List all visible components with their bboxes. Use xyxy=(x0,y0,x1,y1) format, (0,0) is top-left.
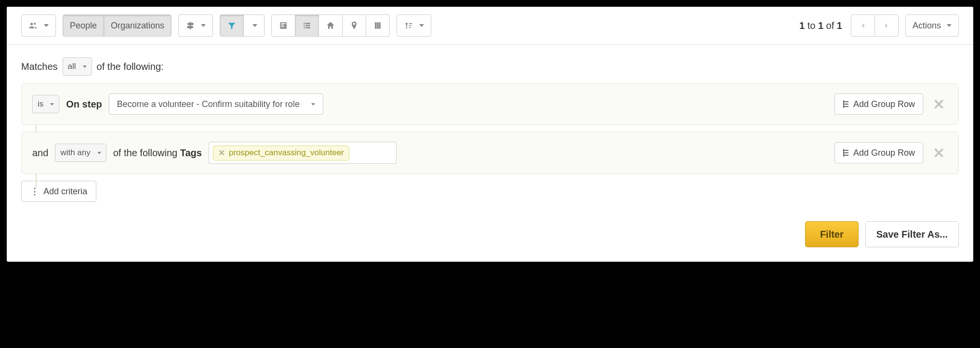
conjunction-label: and xyxy=(32,147,48,159)
tags-bold-label: Tags xyxy=(180,147,202,158)
home-icon xyxy=(326,21,335,30)
add-group-row-button[interactable]: Add Group Row xyxy=(834,94,923,115)
matches-mode-select[interactable]: all xyxy=(63,57,92,76)
group-icon xyxy=(843,149,849,157)
step-value: Become a volunteer - Confirm suitability… xyxy=(117,99,300,109)
criteria-field-label: On step xyxy=(66,99,102,110)
pager-buttons xyxy=(851,14,899,37)
add-criteria-button[interactable]: ⋮ Add criteria xyxy=(21,181,96,202)
entity-toggle: People Organizations xyxy=(63,14,172,37)
chevron-down-icon xyxy=(252,24,257,27)
tag-label: prospect_canvassing_volunteer xyxy=(229,148,344,158)
view-list-button[interactable] xyxy=(295,14,319,37)
tab-orgs-label: Organizations xyxy=(111,21,164,31)
next-page-button[interactable] xyxy=(874,14,899,37)
chevron-down-icon xyxy=(947,24,952,27)
chevron-down-icon xyxy=(201,24,206,27)
view-mode-group xyxy=(271,14,390,37)
pager-text: 1 to 1 of 1 xyxy=(799,20,842,31)
tags-prefix-text: of the following xyxy=(113,147,177,158)
funnel-icon xyxy=(227,21,237,30)
filter-builder: Matches all of the following: is On step… xyxy=(7,45,973,262)
filter-actions: Filter Save Filter As... xyxy=(21,221,959,247)
dots-icon: ⋮ xyxy=(30,186,39,197)
tag-mode-value: with any xyxy=(60,148,90,158)
pin-icon xyxy=(349,21,359,30)
matches-row: Matches all of the following: xyxy=(21,57,959,76)
app-frame: People Organizations xyxy=(7,7,973,262)
matches-mode-value: all xyxy=(68,62,76,71)
signpost-icon xyxy=(185,21,195,30)
tags-input[interactable]: ✕ prospect_canvassing_volunteer xyxy=(209,142,397,164)
chevron-down-icon xyxy=(83,66,87,68)
signpost-button[interactable] xyxy=(178,14,213,37)
columns-icon xyxy=(373,21,383,30)
remove-criteria-button[interactable]: ✕ xyxy=(930,96,948,113)
toolbar: People Organizations xyxy=(7,7,973,45)
actions-label: Actions xyxy=(913,21,941,31)
chevron-left-icon xyxy=(858,21,868,30)
tag-mode-select[interactable]: with any xyxy=(55,144,106,162)
tab-people-label: People xyxy=(70,21,97,31)
filter-dropdown-button[interactable] xyxy=(243,14,265,37)
pager-of-word: of xyxy=(826,20,834,31)
add-group-label: Add Group Row xyxy=(853,148,915,158)
users-icon xyxy=(28,21,38,30)
matches-suffix: of the following: xyxy=(97,61,164,72)
view-columns-button[interactable] xyxy=(366,14,390,37)
view-household-button[interactable] xyxy=(318,14,343,37)
group-icon xyxy=(843,100,849,108)
chevron-down-icon xyxy=(419,24,424,27)
save-filter-label: Save Filter As... xyxy=(876,229,948,240)
chevron-down-icon xyxy=(50,103,54,106)
add-group-row-button[interactable]: Add Group Row xyxy=(834,142,923,163)
filter-toggle xyxy=(220,14,265,37)
view-detail-button[interactable] xyxy=(271,14,295,37)
save-filter-as-button[interactable]: Save Filter As... xyxy=(865,221,959,247)
tags-prefix: of the following Tags xyxy=(113,147,202,159)
remove-criteria-button[interactable]: ✕ xyxy=(930,145,948,161)
detail-view-icon xyxy=(278,21,288,30)
add-criteria-label: Add criteria xyxy=(43,187,87,197)
chevron-down-icon xyxy=(97,152,101,154)
tab-people[interactable]: People xyxy=(63,14,104,37)
condition-value: is xyxy=(38,99,43,109)
condition-select[interactable]: is xyxy=(32,95,59,113)
criteria-row-2: and with any of the following Tags ✕ pro… xyxy=(21,132,959,174)
remove-tag-button[interactable]: ✕ xyxy=(218,148,225,158)
filter-btn-label: Filter xyxy=(820,229,844,240)
tag-chip: ✕ prospect_canvassing_volunteer xyxy=(213,146,349,161)
criteria-row-1: is On step Become a volunteer - Confirm … xyxy=(21,83,959,125)
chevron-down-icon xyxy=(44,24,49,27)
add-group-label: Add Group Row xyxy=(853,99,915,109)
matches-prefix: Matches xyxy=(21,61,58,72)
entity-type-button[interactable] xyxy=(21,14,56,37)
pager-to-word: to xyxy=(808,20,816,31)
pager-of: 1 xyxy=(837,20,842,31)
tab-organizations[interactable]: Organizations xyxy=(104,14,172,37)
filter-button[interactable]: Filter xyxy=(805,221,859,247)
chevron-down-icon xyxy=(311,103,315,106)
actions-button[interactable]: Actions xyxy=(905,14,959,37)
view-map-button[interactable] xyxy=(342,14,366,37)
sort-icon xyxy=(404,21,413,30)
prev-page-button[interactable] xyxy=(851,14,875,37)
sort-button[interactable] xyxy=(397,14,431,37)
filter-button[interactable] xyxy=(220,14,244,37)
pager-from: 1 xyxy=(799,20,805,31)
pager-to: 1 xyxy=(818,20,823,31)
step-select[interactable]: Become a volunteer - Confirm suitability… xyxy=(109,94,323,115)
list-view-icon xyxy=(302,21,312,30)
chevron-right-icon xyxy=(882,21,891,30)
